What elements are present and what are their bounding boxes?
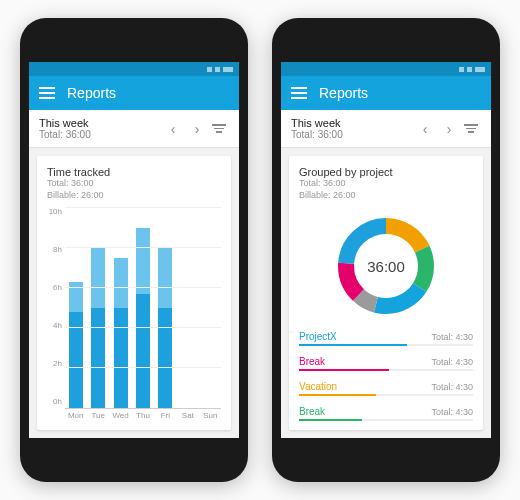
time-tracked-card: Time tracked Total: 36:00 Billable: 26:0… [37,156,231,430]
bar-col [67,208,84,408]
project-total: Total: 4:30 [431,357,473,367]
filter-total: Total: 36:00 [39,129,161,140]
bar-chart: 10h8h6h4h2h0h MonTueWedThuFriSatSun [47,207,221,420]
phone-right: Reports This week Total: 36:00 ‹ › Group… [272,18,500,482]
filter-period-block[interactable]: This week Total: 36:00 [291,117,413,140]
card-header: Grouped by project Total: 36:00 Billable… [299,166,473,201]
bar-col [112,208,129,408]
card-header: Time tracked Total: 36:00 Billable: 26:0… [47,166,221,201]
bar-col [179,208,196,408]
filter-icon[interactable] [461,124,481,133]
project-total: Total: 4:30 [431,407,473,417]
project-name: Break [299,406,325,417]
bar-col [157,208,174,408]
menu-icon[interactable] [291,87,307,99]
bars-area [65,207,221,409]
y-axis: 10h8h6h4h2h0h [47,207,65,420]
project-name: Break [299,356,325,367]
menu-icon[interactable] [39,87,55,99]
bar-col [202,208,219,408]
grouped-by-project-card: Grouped by project Total: 36:00 Billable… [289,156,483,430]
prev-period-button[interactable]: ‹ [413,121,437,137]
bar-col [134,208,151,408]
content: Time tracked Total: 36:00 Billable: 26:0… [29,148,239,438]
project-row[interactable]: VacationTotal: 4:30 [299,381,473,396]
status-bar [281,62,491,76]
bar-col [89,208,106,408]
app-title: Reports [319,85,368,101]
card-title: Grouped by project [299,166,473,178]
app-title: Reports [67,85,116,101]
app-bar: Reports [29,76,239,110]
screen: Reports This week Total: 36:00 ‹ › Group… [281,62,491,438]
project-list: ProjectXTotal: 4:30BreakTotal: 4:30Vacat… [299,331,473,421]
status-bar [29,62,239,76]
card-title: Time tracked [47,166,221,178]
card-billable: Billable: 26:00 [47,190,221,202]
filter-total: Total: 36:00 [291,129,413,140]
next-period-button[interactable]: › [185,121,209,137]
phone-left: Reports This week Total: 36:00 ‹ › Time … [20,18,248,482]
project-name: ProjectX [299,331,337,342]
card-total: Total: 36:00 [299,178,473,190]
next-period-button[interactable]: › [437,121,461,137]
donut-center-label: 36:00 [331,211,441,321]
card-billable: Billable: 26:00 [299,190,473,202]
filter-period: This week [291,117,413,129]
project-name: Vacation [299,381,337,392]
prev-period-button[interactable]: ‹ [161,121,185,137]
app-bar: Reports [281,76,491,110]
filter-period-block[interactable]: This week Total: 36:00 [39,117,161,140]
donut-chart: 36:00 [299,207,473,329]
x-axis: MonTueWedThuFriSatSun [65,409,221,420]
project-total: Total: 4:30 [431,332,473,342]
project-total: Total: 4:30 [431,382,473,392]
project-row[interactable]: BreakTotal: 4:30 [299,406,473,421]
filter-bar: This week Total: 36:00 ‹ › [281,110,491,148]
card-total: Total: 36:00 [47,178,221,190]
filter-period: This week [39,117,161,129]
filter-bar: This week Total: 36:00 ‹ › [29,110,239,148]
project-row[interactable]: ProjectXTotal: 4:30 [299,331,473,346]
project-row[interactable]: BreakTotal: 4:30 [299,356,473,371]
content: Grouped by project Total: 36:00 Billable… [281,148,491,438]
screen: Reports This week Total: 36:00 ‹ › Time … [29,62,239,438]
filter-icon[interactable] [209,124,229,133]
